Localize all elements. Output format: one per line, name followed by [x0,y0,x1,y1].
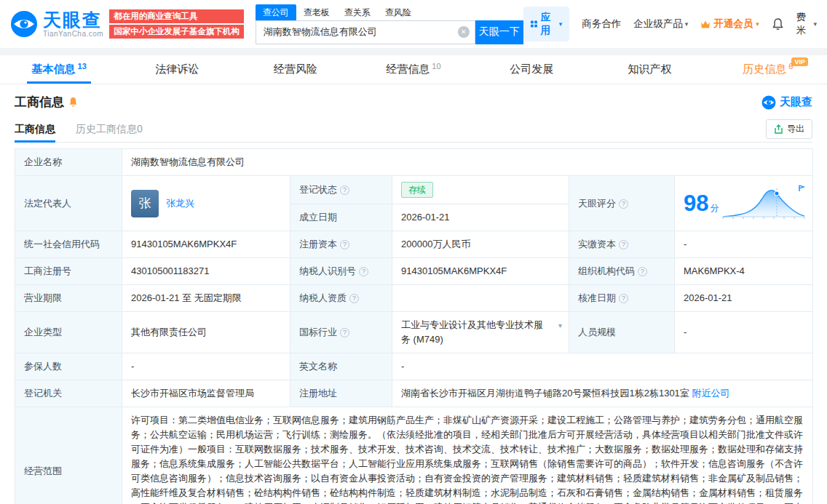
export-button[interactable]: 导出 [766,119,812,139]
company-type-value: 其他有限责任公司 [122,312,290,353]
tab-company-development[interactable]: 公司发展 [472,55,590,84]
legal-rep-label: 法定代表人 [15,176,122,231]
help-icon[interactable]: ? [340,240,349,249]
sub-tabs-row: 工商信息 历史工商信息0 导出 [15,116,812,143]
registration-number-label: 工商注册号 [15,258,122,285]
sub-tab-current-registration[interactable]: 工商信息 [15,116,55,142]
legal-rep-avatar[interactable]: 张 [131,190,159,217]
watermark-text: 天眼查 [780,95,812,109]
help-icon[interactable]: ? [619,199,628,209]
score-unit: 分 [710,201,719,215]
clear-search-icon[interactable]: ✕ [458,26,470,38]
table-row: 参保人数 - 英文名称 - [15,353,813,380]
enterprise-products-menu[interactable]: 企业级产品 ▾ [633,17,688,31]
established-date-value: 2026-01-21 [392,204,569,231]
nearby-companies-link[interactable]: 附近公司 [692,388,729,399]
business-scope-label: 经营范围 [15,407,122,504]
tab-label: 公司发展 [510,63,553,76]
legal-rep-value: 张 张龙兴 [122,176,290,231]
industry-value: 工业与专业设计及其他专业技术服务 (M749) ▾ [392,312,569,353]
tab-count: 13 [78,62,87,71]
org-code-value: MAK6MPKX-4 [675,258,813,285]
apps-menu[interactable]: 应用 ▾ [523,7,570,41]
taxpayer-quality-label: 纳税人资质? [290,285,392,312]
section-header: 工商信息 天眼查 [0,84,827,116]
table-row: 登记机关 长沙市开福区市场监督管理局 注册地址 湖南省长沙市开福区月湖街道鸭子铺… [15,380,813,407]
registered-capital-label: 注册资本? [290,231,392,258]
help-icon[interactable]: ? [638,267,647,276]
search-tab-boss[interactable]: 查老板 [296,4,337,20]
help-icon[interactable]: ? [619,294,628,303]
brand-name: 天眼查 [43,10,103,29]
export-label: 导出 [787,123,804,135]
brand-domain: TianYanCha.com [43,30,103,38]
apps-menu-label: 应用 [541,11,555,37]
tab-label: 法律诉讼 [155,63,199,76]
search-area: 查公司 查老板 查关系 查风险 ✕ 天眼一下 [256,4,523,44]
tab-history-info[interactable]: VIP 历史信息 6 [709,55,827,84]
search-input[interactable] [256,20,475,44]
section-title-row: 工商信息 [15,94,78,111]
table-row: 统一社会信用代码 91430105MAK6MPKX4F 注册资本? 200000… [15,231,813,258]
company-name-label: 企业名称 [15,149,122,176]
legal-rep-name-link[interactable]: 张龙兴 [166,196,194,211]
tianyancha-eye-logo-icon [10,10,38,38]
score-trend-chart [721,183,807,225]
staff-size-value: - [675,312,813,353]
insured-count-value: - [122,353,290,380]
tab-business-info[interactable]: 经营信息 10 [355,55,472,84]
monitor-bell-icon[interactable] [68,97,78,108]
crown-icon [700,20,711,28]
chevron-down-icon[interactable]: ▾ [558,319,562,333]
help-icon[interactable]: ? [349,294,359,303]
vip-upgrade-label: 开通会员 [713,17,753,31]
help-icon[interactable]: ? [340,185,349,195]
tab-label: 知识产权 [628,63,672,76]
export-icon [774,124,783,134]
taxpayer-id-label: 纳税人识别号? [290,258,392,285]
logo-text: 天眼查 TianYanCha.com [43,10,103,37]
tab-operational-risk[interactable]: 经营风险 [237,55,355,84]
user-menu[interactable]: 费米 ▾ [796,11,817,37]
enterprise-products-label: 企业级产品 [633,17,683,31]
notification-bell-icon[interactable] [772,17,784,31]
chevron-down-icon: ▾ [813,20,817,28]
sub-tab-history-registration[interactable]: 历史工商信息0 [76,116,143,142]
tab-intellectual-property[interactable]: 知识产权 [590,55,708,84]
tianyancha-logo[interactable]: 天眼查 TianYanCha.com [10,10,103,38]
credit-code-label: 统一社会信用代码 [15,231,122,258]
slogan-line-2: 国家中小企业发展子基金旗下机构 [109,25,244,39]
approval-date-value: 2026-01-21 [675,285,813,312]
english-name-value: - [392,353,813,380]
taxpayer-id-value: 91430105MAK6MPKX4F [392,258,569,285]
org-code-label: 组织机构代码? [569,258,675,285]
approval-date-label: 核准日期? [569,285,675,312]
top-header: 天眼查 TianYanCha.com 都在用的商业查询工具 国家中小企业发展子基… [0,0,827,48]
credit-code-value: 91430105MAK6MPKX4F [122,231,290,258]
search-tab-risk[interactable]: 查风险 [378,4,419,20]
help-icon[interactable]: ? [359,267,368,276]
section-title: 工商信息 [15,94,64,111]
search-tab-company[interactable]: 查公司 [256,4,296,20]
tab-legal-proceedings[interactable]: 法律诉讼 [118,55,236,84]
established-date-label: 成立日期 [290,204,392,231]
tab-basic-info[interactable]: 基本信息 13 [0,55,118,84]
vip-upgrade-menu[interactable]: 开通会员 ▾ [700,17,759,31]
username: 费米 [796,11,812,37]
tianyancha-watermark-icon [761,95,776,110]
help-icon[interactable]: ? [340,328,349,337]
brand-slogan: 都在用的商业查询工具 国家中小企业发展子基金旗下机构 [109,9,244,39]
business-cooperation-link[interactable]: 商务合作 [582,17,621,31]
registered-address-value: 湖南省长沙市开福区月湖街道鸭子铺路20号聚恒科技园1栋2栋1301室 附近公司 [392,380,813,407]
table-row: 企业名称 湖南数智物流信息有限公司 [15,149,813,176]
vip-badge: VIP [791,57,808,66]
business-term-label: 营业期限 [15,285,122,312]
table-row: 营业期限 2026-01-21 至 无固定期限 纳税人资质? 核准日期? 202… [15,285,813,312]
search-bar: ✕ 天眼一下 [256,20,523,44]
insured-count-label: 参保人数 [15,353,122,380]
registered-address-label: 注册地址 [290,380,392,407]
help-icon[interactable]: ? [619,240,628,249]
header-divider [0,48,827,55]
search-button[interactable]: 天眼一下 [475,20,523,44]
search-tab-relation[interactable]: 查关系 [337,4,378,20]
